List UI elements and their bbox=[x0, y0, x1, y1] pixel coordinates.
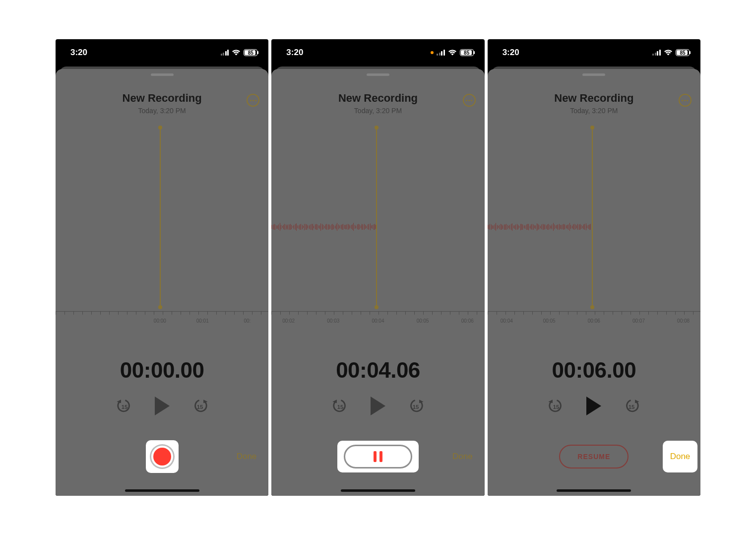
recording-sheet: New Recording Today, 3:20 PM 00:0200:030… bbox=[271, 69, 484, 496]
waveform-area[interactable]: 00:0000:0100: bbox=[56, 128, 268, 326]
ruler-labels: 00:0200:0300:0400:0500:06 bbox=[271, 318, 484, 326]
transport-controls: 15 15 bbox=[56, 397, 268, 415]
wifi-icon bbox=[448, 49, 457, 56]
ruler-tick-label: 00:05 bbox=[543, 318, 556, 324]
playhead[interactable] bbox=[592, 128, 593, 307]
status-time: 3:20 bbox=[70, 48, 87, 58]
ruler-tick-label: 00:08 bbox=[677, 318, 690, 324]
battery-icon: 85 bbox=[676, 49, 690, 56]
recording-title: New Recording bbox=[56, 92, 268, 105]
more-options-button[interactable] bbox=[247, 94, 259, 107]
playhead[interactable] bbox=[376, 128, 377, 307]
phone-screen: 3:20 85 New Recording Today, 3:20 PM 00:… bbox=[271, 39, 484, 496]
phone-screen: 3:20 85 New Recording Today, 3:20 PM 00:… bbox=[488, 39, 700, 496]
svg-text:15: 15 bbox=[121, 404, 127, 410]
recording-sheet: New Recording Today, 3:20 PM 00:0000:010… bbox=[56, 69, 268, 496]
waveform-area[interactable]: 00:0200:0300:0400:0500:06 bbox=[271, 128, 484, 326]
recording-indicator-icon bbox=[431, 51, 434, 54]
skip-forward-15-button[interactable]: 15 bbox=[623, 398, 640, 414]
ruler-tick-label: 00:07 bbox=[632, 318, 645, 324]
play-button[interactable] bbox=[371, 397, 385, 415]
status-time: 3:20 bbox=[503, 48, 519, 58]
ruler-tick-label: 00:03 bbox=[327, 318, 339, 324]
ruler-tick-label: 00:04 bbox=[372, 318, 384, 324]
playhead[interactable] bbox=[160, 128, 161, 307]
ruler-tick-label: 00:05 bbox=[417, 318, 429, 324]
time-ruler bbox=[488, 311, 700, 317]
elapsed-time: 00:00.00 bbox=[56, 358, 268, 383]
ruler-tick-label: 00:04 bbox=[501, 318, 513, 324]
more-options-button[interactable] bbox=[463, 94, 476, 107]
battery-icon: 85 bbox=[244, 49, 257, 56]
time-ruler bbox=[271, 311, 484, 317]
recording-title: New Recording bbox=[271, 92, 484, 105]
sheet-grabber[interactable] bbox=[367, 73, 389, 76]
recording-title: New Recording bbox=[488, 92, 700, 105]
ruler-labels: 00:0000:0100: bbox=[56, 318, 268, 326]
recording-subtitle: Today, 3:20 PM bbox=[56, 107, 268, 115]
transport-controls: 15 15 bbox=[271, 397, 484, 415]
transport-controls: 15 15 bbox=[488, 397, 700, 415]
battery-icon: 85 bbox=[460, 49, 474, 56]
ruler-tick-label: 00:02 bbox=[282, 318, 295, 324]
home-indicator[interactable] bbox=[125, 489, 199, 492]
svg-text:15: 15 bbox=[337, 404, 344, 410]
svg-text:15: 15 bbox=[413, 404, 419, 410]
skip-forward-15-button[interactable]: 15 bbox=[407, 398, 424, 414]
recording-subtitle: Today, 3:20 PM bbox=[488, 107, 700, 115]
svg-text:15: 15 bbox=[553, 404, 560, 410]
status-time: 3:20 bbox=[286, 48, 303, 58]
home-indicator[interactable] bbox=[557, 489, 631, 492]
done-button[interactable]: Done bbox=[670, 452, 691, 462]
svg-text:15: 15 bbox=[629, 404, 635, 410]
svg-text:15: 15 bbox=[196, 404, 203, 410]
done-button-highlight: Done bbox=[663, 441, 697, 472]
done-button[interactable]: Done bbox=[237, 452, 257, 462]
recording-subtitle: Today, 3:20 PM bbox=[271, 107, 484, 115]
time-ruler bbox=[56, 311, 268, 317]
elapsed-time: 00:06.00 bbox=[488, 358, 700, 383]
ruler-tick-label: 00:06 bbox=[588, 318, 600, 324]
waveform bbox=[488, 223, 592, 231]
elapsed-time: 00:04.06 bbox=[271, 358, 484, 383]
status-bar: 3:20 85 bbox=[271, 39, 484, 66]
status-bar: 3:20 85 bbox=[56, 39, 268, 66]
cellular-icon bbox=[652, 50, 661, 56]
pause-button[interactable] bbox=[344, 445, 412, 468]
ruler-tick-label: 00:06 bbox=[461, 318, 474, 324]
sheet-grabber[interactable] bbox=[151, 73, 174, 76]
ruler-labels: 00:0400:0500:0600:0700:08 bbox=[488, 318, 700, 326]
cellular-icon bbox=[221, 50, 229, 56]
skip-back-15-button[interactable]: 15 bbox=[332, 398, 349, 414]
record-button-highlight bbox=[146, 440, 179, 473]
phone-screen: 3:20 85 New Recording Today, 3:20 PM 00:… bbox=[56, 39, 268, 496]
resume-button[interactable]: RESUME bbox=[559, 445, 629, 468]
sheet-grabber[interactable] bbox=[582, 73, 605, 76]
waveform-area[interactable]: 00:0400:0500:0600:0700:08 bbox=[488, 128, 700, 326]
record-button[interactable] bbox=[151, 446, 173, 468]
done-button[interactable]: Done bbox=[452, 452, 473, 462]
ruler-tick-label: 00: bbox=[244, 318, 251, 324]
ruler-tick-label: 00:00 bbox=[154, 318, 166, 324]
skip-forward-15-button[interactable]: 15 bbox=[191, 398, 208, 414]
ruler-tick-label: 00:01 bbox=[196, 318, 209, 324]
recording-sheet: New Recording Today, 3:20 PM 00:0400:050… bbox=[488, 69, 700, 496]
more-options-button[interactable] bbox=[679, 94, 692, 107]
skip-back-15-button[interactable]: 15 bbox=[548, 398, 565, 414]
skip-back-15-button[interactable]: 15 bbox=[116, 398, 133, 414]
play-button[interactable] bbox=[155, 397, 170, 415]
home-indicator[interactable] bbox=[341, 489, 415, 492]
play-button[interactable] bbox=[586, 397, 601, 415]
waveform bbox=[271, 223, 376, 231]
pause-button-highlight bbox=[337, 441, 419, 472]
wifi-icon bbox=[664, 49, 673, 56]
wifi-icon bbox=[232, 49, 241, 56]
status-bar: 3:20 85 bbox=[488, 39, 700, 66]
cellular-icon bbox=[437, 50, 445, 56]
